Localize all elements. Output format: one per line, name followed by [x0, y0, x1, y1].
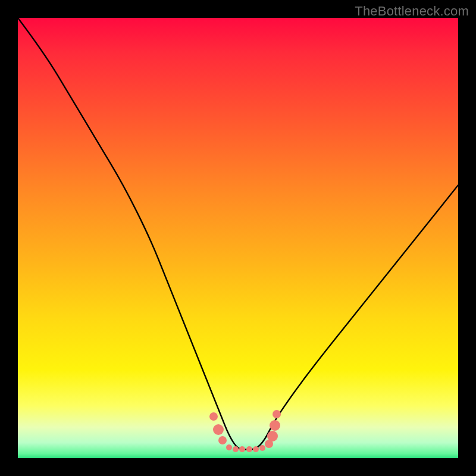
data-dot — [259, 445, 265, 451]
watermark-text: TheBottleneck.com — [355, 4, 469, 19]
data-dot — [218, 436, 227, 444]
data-dot — [246, 446, 252, 452]
data-dot — [267, 431, 278, 441]
data-dot — [209, 412, 218, 421]
data-dot — [253, 446, 259, 452]
plot-area — [18, 18, 458, 458]
data-dot — [213, 424, 224, 435]
chart-stage: TheBottleneck.com — [0, 0, 476, 476]
data-dot — [239, 446, 245, 452]
data-dot — [233, 446, 239, 452]
data-dot — [273, 410, 281, 418]
data-dot — [226, 444, 232, 450]
data-dot — [270, 420, 280, 431]
data-dots — [18, 18, 458, 458]
